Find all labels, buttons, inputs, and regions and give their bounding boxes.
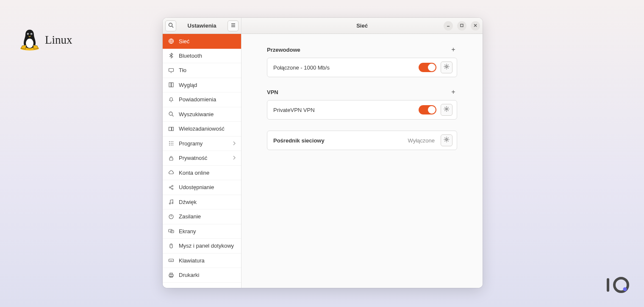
sidebar-item-label: Bluetooth xyxy=(179,53,202,59)
sidebar-item-sieć[interactable]: Sieć xyxy=(163,34,241,49)
add-wired-button[interactable]: + xyxy=(450,46,457,53)
vpn-connection-row: PrivateVPN VPN xyxy=(267,100,457,120)
sidebar-item-ekrany[interactable]: Ekrany xyxy=(163,224,241,239)
sidebar-item-dźwięk[interactable]: Dźwięk xyxy=(163,195,241,210)
appearance-icon xyxy=(168,82,175,88)
main-header: Sieć xyxy=(242,18,483,34)
sidebar-item-wygląd[interactable]: Wygląd xyxy=(163,78,241,93)
keyboard-icon xyxy=(168,257,175,263)
svg-point-8 xyxy=(623,287,627,291)
close-icon xyxy=(473,23,477,29)
svg-rect-6 xyxy=(607,278,609,292)
sidebar-item-wielozadaniowość[interactable]: Wielozadaniowość xyxy=(163,122,241,137)
sidebar-items: SiećBluetoothTłoWyglądPowiadomieniaWyszu… xyxy=(163,34,241,288)
gear-icon xyxy=(444,137,450,144)
svg-point-35 xyxy=(172,188,173,190)
svg-line-10 xyxy=(172,26,173,28)
svg-rect-17 xyxy=(169,83,171,87)
sidebar-item-bluetooth[interactable]: Bluetooth xyxy=(163,49,241,64)
vpn-section-header: VPN + xyxy=(267,88,457,96)
menu-button[interactable] xyxy=(228,20,239,31)
sidebar-item-label: Wyszukiwanie xyxy=(179,111,214,117)
close-button[interactable] xyxy=(471,21,480,31)
svg-point-19 xyxy=(169,112,172,115)
wired-toggle[interactable] xyxy=(419,63,436,72)
content: Przewodowe + Połączone - 1000 Mb/s VPN +… xyxy=(242,34,483,162)
sidebar-item-zasilanie[interactable]: Zasilanie xyxy=(163,209,241,224)
svg-point-64 xyxy=(446,108,447,110)
svg-point-34 xyxy=(172,185,173,187)
sidebar-item-tło[interactable]: Tło xyxy=(163,63,241,78)
svg-line-62 xyxy=(445,68,445,68)
svg-rect-22 xyxy=(172,127,174,131)
page-title: Sieć xyxy=(356,22,368,29)
svg-rect-18 xyxy=(172,83,174,87)
svg-rect-32 xyxy=(169,158,173,160)
power-icon xyxy=(168,214,175,220)
svg-line-79 xyxy=(448,141,448,141)
svg-line-70 xyxy=(448,110,448,111)
bell-icon xyxy=(168,97,175,103)
svg-line-63 xyxy=(448,65,448,65)
svg-line-78 xyxy=(445,138,445,138)
wired-settings-button[interactable] xyxy=(441,61,452,73)
svg-point-29 xyxy=(169,145,170,145)
proxy-settings-button[interactable] xyxy=(441,134,452,146)
svg-line-60 xyxy=(445,65,445,65)
globe-icon xyxy=(168,38,175,44)
proxy-row: Pośrednik sieciowy Wyłączone xyxy=(267,131,457,150)
sidebar-item-label: Prywatność xyxy=(179,155,207,161)
svg-point-27 xyxy=(171,143,172,144)
wired-status: Połączone - 1000 Mb/s xyxy=(273,64,414,71)
add-vpn-button[interactable]: + xyxy=(450,88,457,96)
multitask-icon xyxy=(168,126,175,132)
sidebar-item-klawiatura[interactable]: Klawiatura xyxy=(163,254,241,268)
lock-icon xyxy=(168,155,175,161)
sidebar-item-label: Dźwięk xyxy=(179,199,197,205)
sidebar-item-label: Mysz i panel dotykowy xyxy=(179,243,234,249)
svg-line-61 xyxy=(448,68,448,68)
sidebar-item-label: Drukarki xyxy=(179,272,199,278)
svg-rect-46 xyxy=(169,259,174,262)
ten-logo xyxy=(604,276,630,295)
maximize-button[interactable] xyxy=(457,21,466,31)
sidebar-item-powiadomienia[interactable]: Powiadomienia xyxy=(163,92,241,107)
printer-icon xyxy=(168,272,175,278)
chevron-right-icon xyxy=(233,155,236,161)
sidebar-item-udostępnianie[interactable]: Udostępnianie xyxy=(163,180,241,195)
vpn-toggle[interactable] xyxy=(419,105,436,114)
sidebar-item-label: Udostępnianie xyxy=(179,184,214,190)
sidebar-item-label: Konta online xyxy=(179,170,209,176)
bluetooth-icon xyxy=(168,53,175,59)
minimize-icon xyxy=(446,23,450,29)
svg-rect-49 xyxy=(170,273,172,274)
svg-point-4 xyxy=(28,33,28,34)
search-button[interactable] xyxy=(165,20,176,31)
gear-icon xyxy=(444,64,450,71)
sidebar-item-label: Zasilanie xyxy=(179,213,201,220)
sidebar-item-label: Tło xyxy=(179,67,186,73)
minimize-button[interactable] xyxy=(444,21,453,31)
svg-line-81 xyxy=(448,138,448,138)
svg-rect-15 xyxy=(169,68,174,71)
sidebar-item-konta-online[interactable]: Konta online xyxy=(163,166,241,181)
svg-point-28 xyxy=(172,143,173,144)
sidebar-item-drukarki[interactable]: Drukarki xyxy=(163,268,241,283)
sidebar-item-programy[interactable]: Programy xyxy=(163,137,241,151)
svg-line-71 xyxy=(445,110,445,111)
sidebar-item-wyszukiwanie[interactable]: Wyszukiwanie xyxy=(163,107,241,122)
svg-line-69 xyxy=(445,107,445,108)
hamburger-icon xyxy=(230,22,236,30)
display-icon xyxy=(168,67,175,73)
window-controls xyxy=(444,21,480,31)
svg-point-31 xyxy=(172,145,173,145)
settings-window: Ustawienia SiećBluetoothTłoWyglądPowiado… xyxy=(163,18,483,288)
svg-line-36 xyxy=(170,186,172,187)
proxy-label: Pośrednik sieciowy xyxy=(273,137,404,144)
sidebar-item-label: Wygląd xyxy=(179,82,197,88)
svg-point-30 xyxy=(171,145,172,145)
wired-header-label: Przewodowe xyxy=(267,47,300,53)
vpn-settings-button[interactable] xyxy=(441,104,452,116)
sidebar-item-prywatność[interactable]: Prywatność xyxy=(163,151,241,166)
sidebar-item-mysz-i-panel-dotykowy[interactable]: Mysz i panel dotykowy xyxy=(163,239,241,254)
